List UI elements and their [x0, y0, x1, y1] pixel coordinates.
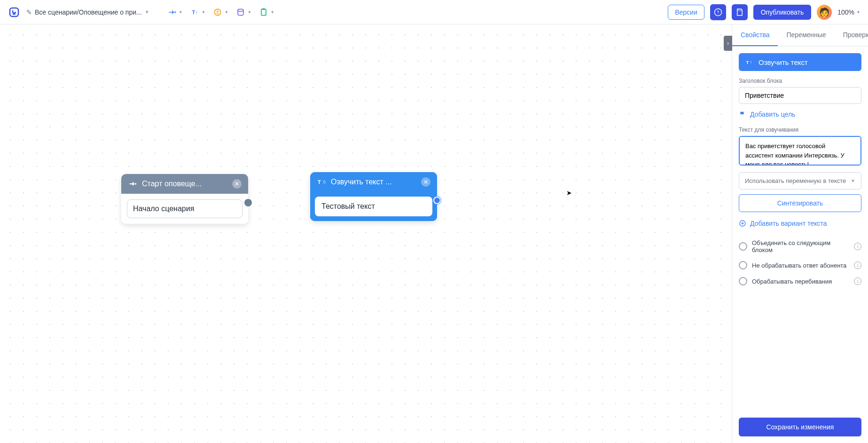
radio-icon	[739, 277, 747, 285]
synthesize-button[interactable]: Синтезировать	[739, 194, 861, 212]
toolbar-brain[interactable]: ▼	[210, 6, 231, 19]
toolbar-database[interactable]: ▼	[233, 6, 254, 19]
cursor-icon: ➤	[566, 189, 572, 197]
toolbar-clipboard[interactable]: ▼	[256, 6, 277, 19]
output-port[interactable]	[244, 199, 252, 206]
svg-rect-5	[261, 9, 266, 15]
node-voice-text[interactable]: T Озвучить текст ... ✕	[310, 172, 437, 221]
save-icon	[735, 8, 744, 16]
add-variant-label: Добавить вариант текста	[750, 220, 827, 227]
svg-text:T: T	[746, 60, 749, 65]
node-text-input[interactable]	[127, 199, 242, 218]
node-title: Озвучить текст ...	[331, 178, 392, 186]
properties-panel: › Свойства Переменные Проверка T Озвучит…	[732, 24, 868, 443]
tts-icon: T	[745, 58, 754, 66]
node-body	[121, 194, 248, 224]
toolbar-text[interactable]: T ▼	[188, 6, 209, 19]
radio-icon	[739, 261, 747, 269]
chevron-down-icon: ▼	[247, 10, 251, 15]
add-variant-link[interactable]: Добавить вариант текста	[739, 220, 861, 227]
info-icon[interactable]: i	[854, 261, 861, 269]
select-placeholder: Использовать переменную в тексте	[745, 177, 846, 184]
avatar[interactable]: 🧑	[817, 5, 832, 20]
svg-rect-0	[10, 8, 18, 16]
block-title-input[interactable]	[739, 87, 861, 104]
tab-check[interactable]: Проверка	[835, 24, 868, 46]
publish-button[interactable]: Опубликовать	[753, 5, 812, 20]
svg-point-1	[174, 11, 176, 13]
alert-icon	[714, 8, 722, 16]
svg-point-9	[135, 183, 136, 184]
app-header: ✎ Все сценарии/Оповещение о при... ▼ ▼ T…	[0, 0, 868, 24]
use-variable-select[interactable]: Использовать переменную в тексте ▼	[739, 172, 861, 190]
option-merge[interactable]: Объединить со следующим блоком i	[739, 236, 861, 257]
title-field-label: Заголовок блока	[739, 78, 861, 84]
zoom-value: 100%	[837, 8, 854, 16]
node-text-input[interactable]	[315, 197, 432, 216]
block-type-header: T Озвучить текст	[739, 53, 861, 71]
svg-rect-6	[263, 8, 265, 9]
chevron-down-icon: ▼	[202, 10, 206, 15]
info-icon[interactable]: i	[854, 277, 861, 285]
app-logo[interactable]	[8, 6, 21, 19]
add-goal-label: Добавить цель	[750, 111, 795, 118]
node-header[interactable]: T Озвучить текст ... ✕	[310, 172, 437, 192]
add-goal-link[interactable]: Добавить цель	[739, 111, 861, 118]
info-icon[interactable]: i	[854, 243, 861, 250]
arrow-right-icon	[128, 179, 137, 189]
flow-canvas[interactable]: Старт оповеще... ✕ T Озвучить текст ... …	[0, 24, 732, 443]
tts-field-label: Текст для озвучивания	[739, 127, 861, 133]
tts-textarea[interactable]	[739, 136, 861, 166]
chevron-down-icon: ▼	[224, 10, 228, 15]
chevron-down-icon: ▼	[145, 9, 149, 15]
radio-icon	[739, 242, 747, 251]
save-icon-button[interactable]	[732, 4, 748, 20]
collapse-panel-button[interactable]: ›	[724, 36, 732, 51]
tts-icon: T	[317, 177, 326, 187]
flag-icon	[739, 111, 746, 118]
chevron-down-icon: ▼	[179, 10, 183, 15]
tab-properties[interactable]: Свойства	[732, 24, 778, 46]
option-label: Не обрабатывать ответ абонента	[752, 262, 849, 269]
toolbar: ▼ T ▼ ▼ ▼ ▼	[164, 6, 278, 19]
node-title: Старт оповеще...	[142, 180, 202, 188]
plus-circle-icon	[739, 220, 746, 227]
svg-text:T: T	[192, 9, 195, 15]
chevron-down-icon: ▼	[851, 178, 855, 183]
option-label: Объединить со следующим блоком	[752, 239, 849, 253]
tab-variables[interactable]: Переменные	[778, 24, 834, 46]
svg-text:T: T	[318, 179, 321, 185]
close-icon[interactable]: ✕	[421, 177, 430, 187]
node-start[interactable]: Старт оповеще... ✕	[121, 174, 248, 224]
output-port[interactable]	[433, 197, 441, 204]
svg-point-4	[238, 9, 244, 11]
option-label: Обрабатывать перебивания	[752, 278, 849, 285]
toolbar-arrow[interactable]: ▼	[164, 6, 186, 19]
block-type-label: Озвучить текст	[759, 58, 808, 66]
save-changes-button[interactable]: Сохранить изменения	[739, 418, 861, 436]
pencil-icon: ✎	[26, 8, 32, 16]
panel-footer: Сохранить изменения	[732, 411, 868, 443]
node-header[interactable]: Старт оповеще... ✕	[121, 174, 248, 194]
panel-content: T Озвучить текст Заголовок блока Добавит…	[732, 47, 868, 411]
zoom-control[interactable]: 100% ▼	[837, 8, 860, 16]
option-no-process[interactable]: Не обрабатывать ответ абонента i	[739, 257, 861, 273]
breadcrumb[interactable]: ✎ Все сценарии/Оповещение о при... ▼	[26, 8, 149, 16]
close-icon[interactable]: ✕	[232, 179, 242, 189]
option-interrupt[interactable]: Обрабатывать перебивания i	[739, 273, 861, 289]
chevron-down-icon: ▼	[856, 10, 860, 15]
panel-tabs: Свойства Переменные Проверка	[732, 24, 868, 47]
versions-button[interactable]: Версии	[668, 5, 704, 20]
info-button[interactable]	[710, 4, 726, 20]
breadcrumb-text: Все сценарии/Оповещение о при...	[35, 8, 142, 16]
node-body	[310, 192, 437, 221]
chevron-down-icon: ▼	[270, 10, 274, 15]
